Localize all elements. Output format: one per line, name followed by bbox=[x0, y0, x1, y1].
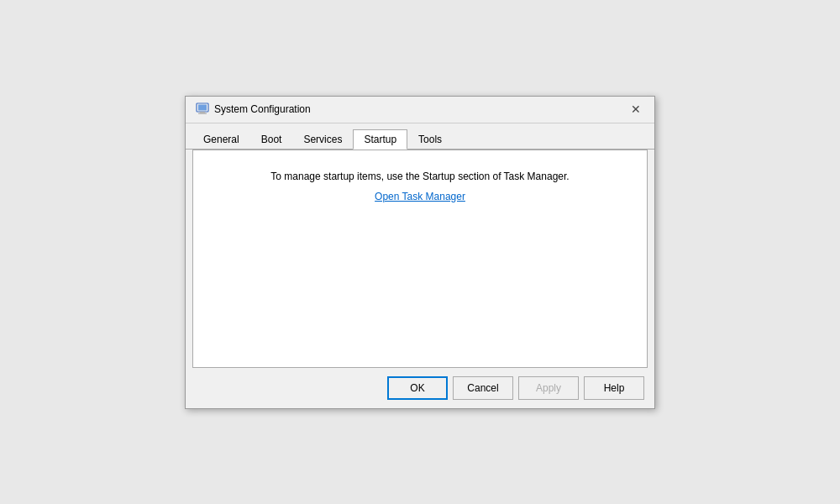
svg-rect-2 bbox=[200, 112, 205, 113]
svg-rect-3 bbox=[198, 113, 207, 114]
tab-tools[interactable]: Tools bbox=[407, 129, 453, 150]
svg-rect-1 bbox=[198, 105, 207, 111]
dialog-title: System Configuration bbox=[214, 103, 311, 115]
tab-services[interactable]: Services bbox=[292, 129, 353, 150]
tab-bar: General Boot Services Startup Tools bbox=[186, 123, 654, 150]
cancel-button[interactable]: Cancel bbox=[453, 376, 513, 400]
open-task-manager-link[interactable]: Open Task Manager bbox=[375, 191, 465, 202]
title-bar: System Configuration ✕ bbox=[186, 97, 654, 123]
bottom-bar: OK Cancel Apply Help bbox=[186, 368, 654, 408]
tab-boot[interactable]: Boot bbox=[250, 129, 293, 150]
apply-button[interactable]: Apply bbox=[518, 376, 579, 400]
close-button[interactable]: ✕ bbox=[627, 101, 644, 118]
tab-content-startup: To manage startup items, use the Startup… bbox=[192, 150, 648, 368]
computer-icon bbox=[196, 102, 209, 116]
startup-message: To manage startup items, use the Startup… bbox=[270, 171, 569, 182]
help-button[interactable]: Help bbox=[584, 376, 644, 400]
ok-button[interactable]: OK bbox=[387, 376, 448, 400]
tab-general[interactable]: General bbox=[192, 129, 250, 150]
system-configuration-dialog: System Configuration ✕ General Boot Serv… bbox=[185, 96, 655, 409]
tab-startup[interactable]: Startup bbox=[353, 129, 407, 150]
title-bar-left: System Configuration bbox=[196, 102, 311, 116]
